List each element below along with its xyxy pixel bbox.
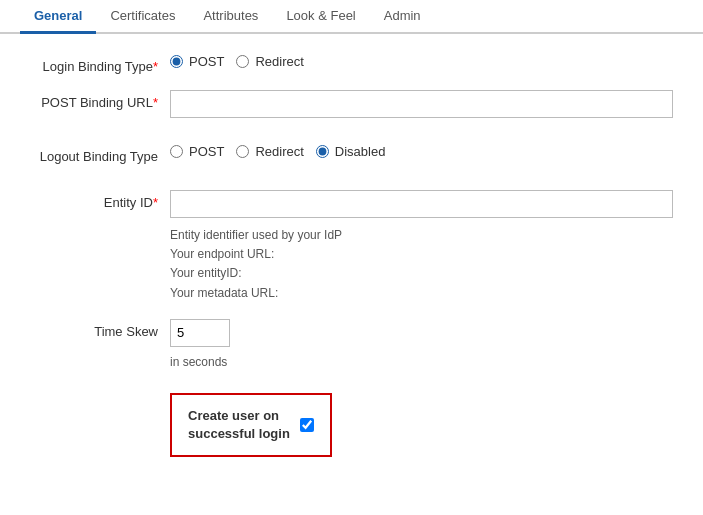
time-skew-input[interactable] — [170, 319, 230, 347]
login-binding-type-label: Login Binding Type* — [30, 54, 170, 74]
logout-binding-disabled-option[interactable]: Disabled — [316, 144, 386, 159]
main-content: Login Binding Type* POST Redirect POST B… — [0, 34, 703, 477]
post-binding-url-input[interactable] — [170, 90, 673, 118]
post-binding-url-row: POST Binding URL* — [30, 90, 673, 118]
login-binding-type-row: Login Binding Type* POST Redirect — [30, 54, 673, 74]
login-binding-post-radio[interactable] — [170, 55, 183, 68]
entity-id-input[interactable] — [170, 190, 673, 218]
tab-certificates[interactable]: Certificates — [96, 0, 189, 34]
create-user-checkbox[interactable] — [300, 418, 314, 432]
tabs-bar: General Certificates Attributes Look & F… — [0, 0, 703, 34]
entity-id-helper: Entity identifier used by your IdP Your … — [170, 226, 342, 303]
login-binding-redirect-radio[interactable] — [236, 55, 249, 68]
create-user-box: Create user onsuccessful login — [170, 393, 332, 457]
entity-id-label: Entity ID* — [30, 190, 170, 210]
logout-binding-redirect-option[interactable]: Redirect — [236, 144, 303, 159]
logout-binding-redirect-radio[interactable] — [236, 145, 249, 158]
tab-look-feel[interactable]: Look & Feel — [272, 0, 369, 34]
logout-binding-type-label: Logout Binding Type — [30, 144, 170, 164]
logout-binding-post-option[interactable]: POST — [170, 144, 224, 159]
login-binding-redirect-option[interactable]: Redirect — [236, 54, 303, 69]
time-skew-row: Time Skew in seconds — [30, 319, 673, 369]
logout-binding-type-row: Logout Binding Type POST Redirect Disabl… — [30, 144, 673, 164]
time-skew-unit: in seconds — [170, 355, 230, 369]
logout-binding-post-radio[interactable] — [170, 145, 183, 158]
time-skew-label: Time Skew — [30, 319, 170, 339]
logout-binding-disabled-radio[interactable] — [316, 145, 329, 158]
time-skew-group: in seconds — [170, 319, 230, 369]
post-binding-url-group — [170, 90, 673, 118]
tab-general[interactable]: General — [20, 0, 96, 34]
tab-admin[interactable]: Admin — [370, 0, 435, 34]
logout-binding-type-options: POST Redirect Disabled — [170, 144, 673, 159]
create-user-label: Create user onsuccessful login — [188, 407, 290, 443]
login-binding-type-options: POST Redirect — [170, 54, 673, 69]
post-binding-url-label: POST Binding URL* — [30, 90, 170, 110]
tab-attributes[interactable]: Attributes — [189, 0, 272, 34]
login-binding-post-option[interactable]: POST — [170, 54, 224, 69]
entity-id-row: Entity ID* Entity identifier used by you… — [30, 190, 673, 303]
entity-id-group: Entity identifier used by your IdP Your … — [170, 190, 673, 303]
